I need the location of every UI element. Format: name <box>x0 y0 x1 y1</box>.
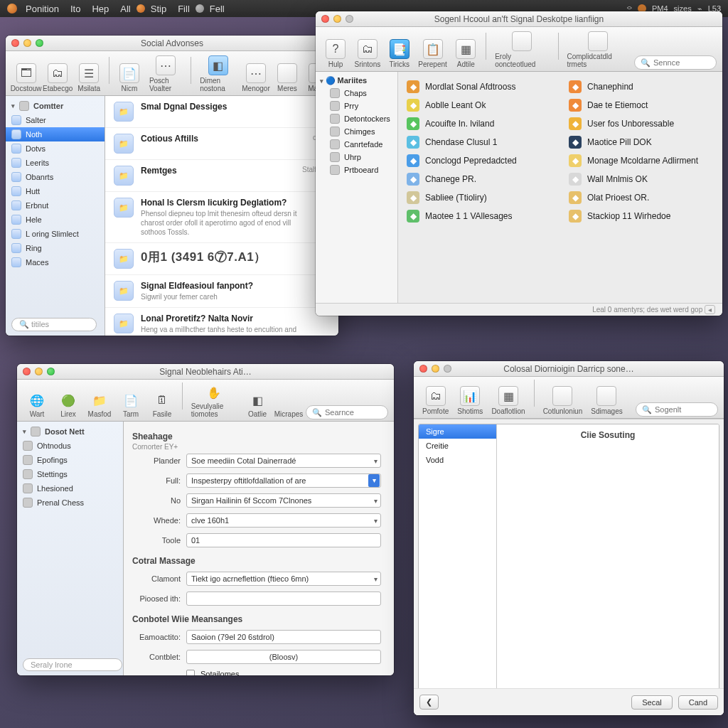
search-input[interactable]: 🔍 <box>634 55 717 70</box>
list-item[interactable]: 📁Smal Dgnal Dessiges8/2 <box>105 96 338 128</box>
sidebar-item-ring[interactable]: Ring <box>6 241 105 255</box>
tb-srintons[interactable]: 🗂Srintons <box>353 38 382 70</box>
tb-posch voalter[interactable]: ⋯Posch Voalter <box>146 54 186 94</box>
sidebar-item-ohtnodus[interactable]: Ohtnodus <box>17 439 123 453</box>
side-item-creitie[interactable]: Creitie <box>419 439 496 453</box>
tb-masfod[interactable]: 📁Masfod <box>85 390 114 419</box>
source-item-uhrp[interactable]: Uhrp <box>316 151 397 164</box>
win4-titlebar[interactable]: Colosal Diornioigin Darricp sone… <box>414 361 724 377</box>
tb-perepent[interactable]: 📋Perepent <box>417 38 449 70</box>
tb-wart[interactable]: 🌐Wart <box>23 390 51 419</box>
source-item-prtboeard[interactable]: Prtboeard <box>316 164 397 176</box>
back-button[interactable]: ❮ <box>419 695 439 710</box>
checkbox[interactable] <box>186 670 195 675</box>
source-item-detontockers[interactable]: Detontockers <box>316 112 397 125</box>
tb-tiricks[interactable]: 📑Tiricks <box>385 38 414 70</box>
search-input[interactable]: 🔍 <box>306 405 388 419</box>
sidebar-item-leerits[interactable]: Leerits <box>6 156 105 170</box>
tb-adtile[interactable]: ▦Adtile <box>451 38 480 70</box>
menu-fell[interactable]: Fell <box>204 4 230 14</box>
menu-fill[interactable]: Fill <box>172 4 196 14</box>
search-input[interactable]: 🔍 <box>636 402 718 417</box>
list-item[interactable]: 📁Signal Eldfeasioul fanpont?Sigwril your… <box>105 275 338 308</box>
pref-item[interactable]: ◆Chendase Clusul 1 <box>407 133 552 151</box>
sidebar-item-maces[interactable]: Maces <box>6 255 105 269</box>
list-item[interactable]: 📁RemtgesStalfMtlo <box>105 160 338 192</box>
close-icon[interactable] <box>11 39 19 47</box>
sidebar-filter-input[interactable]: 🔍 titiles <box>11 318 97 331</box>
menu-app[interactable]: Ponition <box>20 4 65 14</box>
text-input[interactable]: 01 <box>186 533 381 547</box>
text-input[interactable]: Saoion (79el 20 6stdrol) <box>186 630 381 644</box>
tb-sdimages[interactable]: Sdimages <box>588 385 625 417</box>
sidebar-item-salter[interactable]: Salter <box>6 113 105 127</box>
pref-item[interactable]: ◆Olat Prioest OR. <box>569 188 714 207</box>
combo-input[interactable]: Tiekt igo acrneflettion (ftieco 6mn) <box>186 572 381 586</box>
side-item-sigre[interactable]: Sigre <box>419 424 496 439</box>
win3-titlebar[interactable]: Signal Neoblehairs Ati… <box>17 364 394 380</box>
sidebar-item-noth[interactable]: Noth <box>6 127 105 141</box>
close-icon[interactable] <box>419 365 427 373</box>
source-item-chaps[interactable]: Chaps <box>316 87 397 100</box>
tb-shotims[interactable]: 📊Shotims <box>454 385 486 417</box>
sidebar-item-hutt[interactable]: Hutt <box>6 184 105 198</box>
sidebar-item-dosot nett[interactable]: Dosot Nett <box>17 424 123 439</box>
list-item[interactable]: 📁0用1 (3491 6⑦7.A1）› <box>105 243 338 275</box>
pref-item[interactable]: ◆Maotee 1 1 VAllesages <box>407 207 552 225</box>
pref-item[interactable]: ◆Maotice Рill DOK <box>569 133 714 151</box>
win1-titlebar[interactable]: Social Advonses <box>6 36 338 51</box>
tb-docstouw[interactable]: 🗔Docstouw <box>11 62 41 94</box>
minimize-icon[interactable] <box>432 365 439 373</box>
tb-meres[interactable]: Meres <box>273 62 301 94</box>
sidebar-item-lhesioned[interactable]: Lhesioned <box>17 481 123 496</box>
list-item[interactable]: 📁Honal ls Clersm licukirg Deglatiom?Phen… <box>105 192 338 243</box>
text-input[interactable] <box>186 592 381 606</box>
text-input[interactable]: (Bloosv) <box>186 650 381 664</box>
tb-tarm[interactable]: 📄Tarm <box>117 390 145 419</box>
list-item[interactable]: 📁Lonal Proretifz? Nalta NovirHeng va a m… <box>105 308 338 336</box>
tb-msilata[interactable]: ☰Msilata <box>75 62 103 94</box>
tb-dimen nostona[interactable]: ◧Dimen nostona <box>197 54 239 94</box>
menu-hep[interactable]: Hep <box>86 4 114 14</box>
sidebar-item-obanrts[interactable]: Obanrts <box>6 170 105 184</box>
menu-ito[interactable]: Ito <box>65 4 86 14</box>
secal-button[interactable]: Secal <box>631 695 673 710</box>
sidebar-item-prenal chess[interactable]: Prenal Chess <box>17 496 123 510</box>
minimize-icon[interactable] <box>333 15 341 23</box>
pref-item[interactable]: ◆Chanephind <box>569 77 714 96</box>
tb-fasile[interactable]: 🗓Fasile <box>148 390 176 419</box>
tb-nicm[interactable]: 📄Nicm <box>115 62 144 94</box>
apple-menu-icon[interactable] <box>7 4 17 14</box>
group-header[interactable]: 🔵 Mariites <box>316 75 397 87</box>
tb-oatlie[interactable]: ◧Oatlie <box>243 390 272 419</box>
zoom-icon[interactable] <box>36 39 43 47</box>
tb-complidcatdld trmets[interactable]: Complidcatdld trmets <box>564 30 631 70</box>
pref-item[interactable]: ◆Acouifte In. lviland <box>407 114 552 133</box>
tb-doaflotlion[interactable]: ▦Doaflotlion <box>488 385 528 417</box>
side-item-vodd[interactable]: Vodd <box>419 453 496 467</box>
pref-item[interactable]: ◆Mordlat Sonal Afdtrooss <box>407 77 552 96</box>
minimize-icon[interactable] <box>35 368 43 375</box>
combo-input[interactable]: Sirgan Hailinin 6f Sccom 7Clnones <box>186 493 381 508</box>
tb-menogor[interactable]: ⋯Menogor <box>242 62 270 94</box>
menu-stip[interactable]: Stip <box>145 4 172 14</box>
pref-item[interactable]: ◆Stackiop 11 Wirhedoe <box>569 207 714 225</box>
close-icon[interactable] <box>321 15 329 23</box>
tb-eroly ooncteotlued[interactable]: Eroly ooncteotlued <box>492 30 552 70</box>
sidebar-item-l oring slimlect[interactable]: L oring Slimlect <box>6 227 105 241</box>
sidebar-item-epofings[interactable]: Epofings <box>17 453 123 467</box>
pref-item[interactable]: ◆Sabliee (Ttioliry) <box>407 188 552 207</box>
tb-pomfote[interactable]: 🗂Pomfote <box>419 385 451 417</box>
pref-item[interactable]: ◆Aoblle Leant Ok <box>407 96 552 114</box>
tb-etabecgo[interactable]: 🗂Etabecgo <box>43 62 72 94</box>
win3-filter-input[interactable]: Seraly lrone <box>23 658 122 671</box>
cand-button[interactable]: Cand <box>678 695 718 710</box>
combo-input[interactable]: Soe meediin Cotal Dainerradé <box>186 454 381 468</box>
source-item-canrtefade[interactable]: Canrtefade <box>316 138 397 151</box>
pref-item[interactable]: ◆Monage Mcoldarne Adlirment <box>569 151 714 170</box>
sidebar-item-comtter[interactable]: Comtter <box>6 99 105 113</box>
pref-item[interactable]: ◆Dae te Etiemoct <box>569 96 714 114</box>
tb-hulp[interactable]: ?Hulp <box>321 38 350 70</box>
sidebar-item-hele[interactable]: Hele <box>6 213 105 227</box>
tb-micrapes[interactable]: Micrapes <box>274 390 303 419</box>
